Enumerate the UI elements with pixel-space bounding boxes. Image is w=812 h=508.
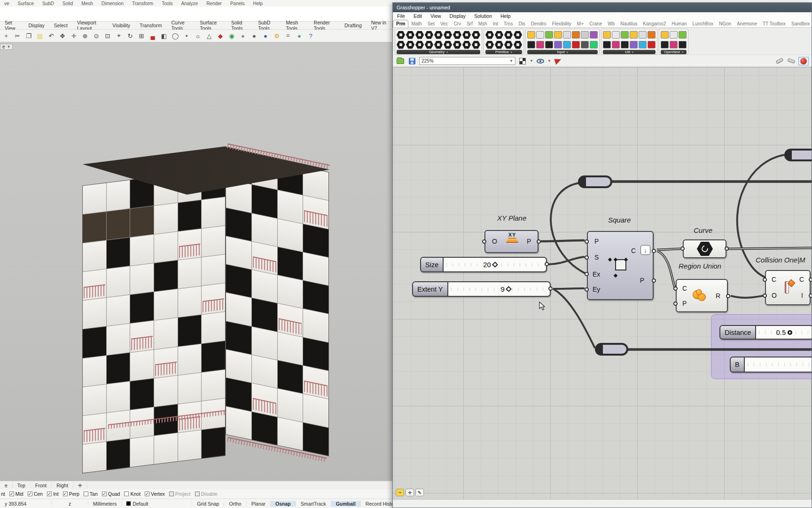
rhino-toolbar-tab[interactable]: Select [49, 22, 72, 29]
checkbox-icon[interactable]: ✓ [63, 492, 68, 496]
osnap-quad[interactable]: ✓Quad [102, 491, 120, 497]
paint-wire-icon[interactable] [554, 57, 563, 65]
rhino-viewport[interactable]: e ▼ [0, 42, 392, 481]
param-hex-icon[interactable] [425, 41, 433, 49]
shield-icon[interactable]: ◆ [215, 31, 226, 40]
rhino-menu-subd[interactable]: SubD [38, 1, 58, 6]
rhino-menu-mesh[interactable]: Mesh [77, 1, 97, 6]
pencil-icon[interactable]: ✎ [415, 489, 424, 496]
globe-icon[interactable]: ● [294, 31, 304, 40]
gh-tab-ngon[interactable]: NGon [716, 20, 734, 27]
region-union-node[interactable]: C P R [676, 279, 728, 312]
curve-node[interactable] [683, 239, 726, 258]
component-icon[interactable] [536, 31, 544, 39]
component-icon[interactable] [563, 31, 571, 39]
gh-tab-msh[interactable]: Msh [476, 20, 490, 27]
param-hex-icon[interactable] [472, 31, 480, 39]
undo-icon[interactable]: ↶ [46, 31, 56, 40]
port-I-out[interactable]: I [801, 292, 803, 299]
camera-icon[interactable]: ◧ [159, 31, 169, 40]
zoom-window-icon[interactable]: ⊡ [102, 31, 113, 40]
rhino-menu-solid[interactable]: Solid [58, 1, 77, 6]
param-hex-icon[interactable] [444, 41, 452, 49]
paste-icon[interactable]: ▤ [35, 31, 45, 40]
sketch-line-icon[interactable] [787, 57, 796, 65]
status-toggle-gumball[interactable]: Gumball [331, 501, 361, 507]
component-icon[interactable] [639, 31, 647, 39]
extent-y-slider[interactable]: Extent Y 9 [412, 281, 551, 297]
viewport-tab-e[interactable]: e [0, 483, 13, 488]
port-Ex-in[interactable]: Ex [593, 270, 600, 278]
osnap-cen[interactable]: ✓Cen [28, 491, 43, 497]
sphere-blue-icon[interactable]: ● [260, 31, 271, 40]
component-icon[interactable] [679, 31, 687, 39]
param-hex-icon[interactable] [397, 41, 405, 49]
checkbox-icon[interactable] [84, 492, 88, 496]
port-P-in[interactable]: P [594, 238, 599, 245]
status-units[interactable]: Millimeters [88, 501, 122, 507]
viewport-tab-right[interactable]: Right [52, 483, 73, 488]
paint-splash-icon[interactable]: ~ [396, 489, 404, 496]
lock-icon[interactable]: △ [204, 31, 214, 40]
param-hex-icon[interactable] [472, 41, 480, 49]
component-icon[interactable] [630, 41, 638, 48]
param-hex-icon[interactable] [406, 31, 414, 39]
preview-quality-selected[interactable] [798, 57, 809, 65]
osnap-knot[interactable]: Knot [124, 491, 141, 497]
component-icon[interactable] [603, 41, 611, 48]
save-file-icon[interactable] [407, 57, 417, 65]
port-C-in[interactable]: C [772, 276, 776, 283]
osnap-int[interactable]: ✓Int [47, 491, 59, 497]
param-hex-icon[interactable] [406, 41, 414, 49]
component-icon[interactable] [554, 31, 562, 39]
component-icon[interactable] [545, 31, 553, 39]
port-Ey-in[interactable]: Ey [593, 286, 600, 293]
param-hex-icon[interactable] [462, 31, 471, 39]
viewport-title-dropdown[interactable]: e ▼ [0, 44, 13, 50]
color-wheel-icon[interactable]: ◉ [226, 31, 237, 40]
component-icon[interactable] [572, 31, 580, 39]
gh-tab-prm[interactable]: Prm [393, 20, 408, 27]
param-hex-icon[interactable] [397, 31, 405, 39]
param-hex-icon[interactable] [453, 31, 461, 39]
gh-tab-int[interactable]: Int [490, 20, 501, 27]
open-file-icon[interactable] [396, 57, 405, 65]
checkbox-icon[interactable] [169, 492, 174, 496]
sphere-dark-icon[interactable]: ● [249, 31, 259, 40]
component-icon[interactable] [661, 31, 669, 39]
port-P-out[interactable]: P [640, 277, 644, 284]
wire-relay[interactable] [595, 343, 628, 356]
rhino-menu-panels[interactable]: Panels [226, 1, 249, 6]
selection-mode-icon[interactable] [518, 57, 527, 65]
dot-icon[interactable]: • [181, 31, 192, 40]
size-slider[interactable]: Size 20 [420, 257, 547, 272]
viewport-tab-top[interactable]: Top [13, 483, 31, 488]
status-toggle-grid-snap[interactable]: Grid Snap [192, 501, 224, 507]
gh-menu-display[interactable]: Display [445, 13, 470, 19]
checkbox-icon[interactable]: ✓ [9, 492, 14, 496]
status-toggle-smarttrack[interactable]: SmartTrack [296, 501, 331, 507]
new-file-icon[interactable]: ＋ [1, 31, 11, 40]
osnap-project[interactable]: Project [169, 491, 191, 497]
component-icon[interactable] [590, 31, 598, 39]
gh-menu-file[interactable]: File [393, 13, 409, 19]
param-hex-icon[interactable] [453, 41, 461, 49]
gh-tab-set[interactable]: Set [425, 20, 437, 27]
rhino-toolbar-tab[interactable]: Display [23, 22, 49, 29]
component-icon[interactable] [563, 41, 571, 48]
grasshopper-title-bar[interactable]: Grasshopper - unnamed [393, 3, 812, 12]
checkbox-icon[interactable]: ✓ [47, 492, 52, 496]
gh-tab-kangaroo2[interactable]: Kangaroo2 [640, 20, 669, 27]
uvn-icon[interactable]: ⌗ [283, 31, 293, 40]
param-hex-icon[interactable] [415, 31, 424, 39]
param-hex-icon[interactable] [434, 41, 443, 49]
param-hex-icon[interactable] [444, 31, 452, 39]
zoom-selected-icon[interactable]: ⌖ [114, 31, 124, 40]
b-slider-track[interactable] [745, 357, 812, 372]
gh-tab-sandbox[interactable]: Sandbox [789, 20, 812, 27]
distance-slider-track[interactable]: 0.5 [756, 326, 812, 339]
rotate-view-icon[interactable]: ↻ [125, 31, 135, 40]
ribbon-group-label[interactable]: Primitive▾ [485, 50, 522, 54]
preview-eye-icon[interactable] [536, 57, 545, 65]
lightbulb-icon[interactable]: ☼ [193, 31, 203, 40]
